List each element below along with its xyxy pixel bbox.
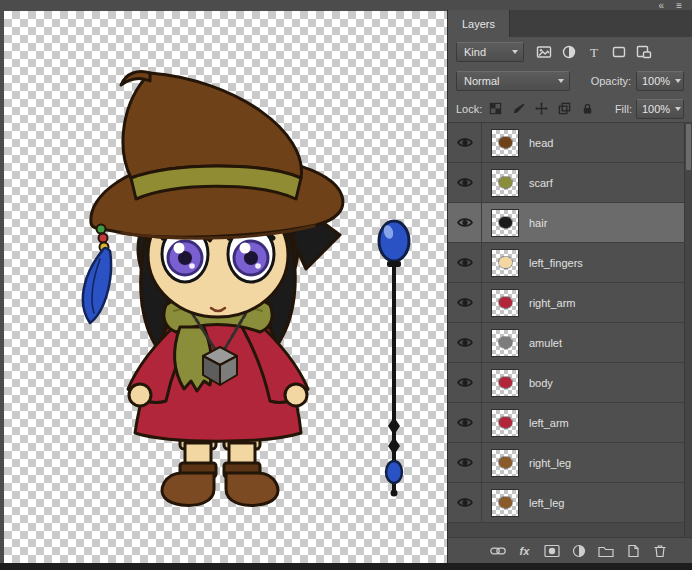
layer-thumbnail[interactable] <box>491 289 519 317</box>
layer-row[interactable]: right_leg <box>448 443 684 483</box>
delete-layer-icon[interactable] <box>651 543 668 559</box>
layer-name: left_leg <box>529 497 564 509</box>
eye-icon <box>457 177 473 188</box>
visibility-toggle[interactable] <box>448 323 482 362</box>
adjustment-layers-filter-icon[interactable] <box>558 42 580 62</box>
visibility-toggle[interactable] <box>448 363 482 402</box>
layer-row[interactable]: left_leg <box>448 483 684 523</box>
layer-thumbnail[interactable] <box>491 329 519 357</box>
layer-thumbnail[interactable] <box>491 209 519 237</box>
visibility-toggle[interactable] <box>448 203 482 242</box>
collapse-panels-icon[interactable]: « <box>659 1 665 10</box>
layer-thumbnail-art <box>499 457 512 468</box>
smart-object-filter-icon[interactable] <box>633 42 655 62</box>
layers-scrollbar[interactable] <box>684 123 692 537</box>
add-layer-mask-icon[interactable] <box>543 543 560 559</box>
layer-thumbnail-art <box>499 337 512 348</box>
layer-thumbnail-art <box>499 377 512 388</box>
type-layers-filter-icon[interactable]: T <box>583 42 605 62</box>
eye-icon <box>457 497 473 508</box>
eye-icon <box>457 217 473 228</box>
eye-icon <box>457 297 473 308</box>
layer-row[interactable]: body <box>448 363 684 403</box>
opacity-value: 100% <box>642 75 670 87</box>
layer-row[interactable]: hair <box>448 203 684 243</box>
layer-thumbnail[interactable] <box>491 369 519 397</box>
tab-layers[interactable]: Layers <box>448 10 510 37</box>
layer-thumbnail-art <box>499 297 512 308</box>
visibility-toggle[interactable] <box>448 283 482 322</box>
pixel-layers-filter-icon[interactable] <box>533 42 555 62</box>
staff-art <box>379 221 409 497</box>
layer-name: body <box>529 377 553 389</box>
new-layer-icon[interactable] <box>624 543 641 559</box>
svg-text:T: T <box>590 45 598 60</box>
window-bottom-bar <box>0 563 692 570</box>
lock-image-pixels-icon[interactable] <box>509 100 528 118</box>
blend-mode-dropdown[interactable]: Normal <box>456 71 570 91</box>
visibility-toggle[interactable] <box>448 163 482 202</box>
layer-name: right_leg <box>529 457 571 469</box>
kind-filter-label: Kind <box>464 46 486 58</box>
layer-thumbnail[interactable] <box>491 489 519 517</box>
blend-mode-value: Normal <box>464 75 499 87</box>
new-group-icon[interactable] <box>597 543 614 559</box>
layer-thumbnail-art <box>499 137 512 148</box>
opacity-value-dropdown[interactable]: 100% <box>636 71 684 91</box>
chevron-down-icon <box>675 107 681 111</box>
fill-value-dropdown[interactable]: 100% <box>636 99 684 119</box>
lock-artboard-nesting-icon[interactable] <box>555 100 574 118</box>
eye-icon <box>457 337 473 348</box>
new-adjustment-layer-icon[interactable] <box>570 543 587 559</box>
layer-thumbnail-art <box>499 257 512 268</box>
kind-filter-dropdown[interactable]: Kind <box>456 42 524 62</box>
scrollbar-thumb[interactable] <box>686 124 691 170</box>
layer-row[interactable]: left_fingers <box>448 243 684 283</box>
visibility-toggle[interactable] <box>448 243 482 282</box>
window-top-bar: « ≡ <box>0 0 692 10</box>
layer-thumbnail[interactable] <box>491 249 519 277</box>
visibility-toggle[interactable] <box>448 483 482 522</box>
layer-thumbnail[interactable] <box>491 129 519 157</box>
layer-row[interactable]: right_arm <box>448 283 684 323</box>
layer-row[interactable]: left_arm <box>448 403 684 443</box>
layer-name: scarf <box>529 177 553 189</box>
eye-icon <box>457 257 473 268</box>
eye-icon <box>457 417 473 428</box>
layer-name: head <box>529 137 553 149</box>
shape-layers-filter-icon[interactable] <box>608 42 630 62</box>
blend-opacity-row: Normal Opacity: 100% <box>448 67 692 95</box>
visibility-toggle[interactable] <box>448 403 482 442</box>
layers-list: head scarf hair <box>448 122 692 537</box>
panel-group-menu-icon[interactable]: ≡ <box>676 1 682 10</box>
lock-transparent-pixels-icon[interactable] <box>486 100 505 118</box>
layer-styles-fx-icon[interactable]: fx <box>516 543 533 559</box>
layer-row[interactable]: amulet <box>448 323 684 363</box>
layer-filter-row: Kind T <box>448 37 692 67</box>
eye-icon <box>457 457 473 468</box>
feather-charm-art <box>83 225 111 324</box>
lock-all-icon[interactable] <box>578 100 597 118</box>
eye-icon <box>457 137 473 148</box>
chevron-down-icon <box>512 50 518 54</box>
layer-thumbnail[interactable] <box>491 169 519 197</box>
layer-thumbnail-art <box>499 497 512 508</box>
layer-name: right_arm <box>529 297 575 309</box>
visibility-toggle[interactable] <box>448 123 482 162</box>
layer-row[interactable]: scarf <box>448 163 684 203</box>
link-layers-icon[interactable] <box>489 543 506 559</box>
character-artwork <box>4 11 447 563</box>
layer-thumbnail-art <box>499 177 512 188</box>
layer-thumbnail-art <box>499 417 512 428</box>
layer-thumbnail[interactable] <box>491 449 519 477</box>
chevron-down-icon <box>675 79 681 83</box>
visibility-toggle[interactable] <box>448 443 482 482</box>
layer-thumbnail[interactable] <box>491 409 519 437</box>
layer-row[interactable]: head <box>448 123 684 163</box>
fill-value: 100% <box>642 103 670 115</box>
lock-position-icon[interactable] <box>532 100 551 118</box>
layer-thumbnail-art <box>499 217 512 228</box>
lock-fill-row: Lock: <box>448 95 692 122</box>
document-canvas[interactable] <box>4 11 447 563</box>
canvas-area <box>0 10 447 563</box>
